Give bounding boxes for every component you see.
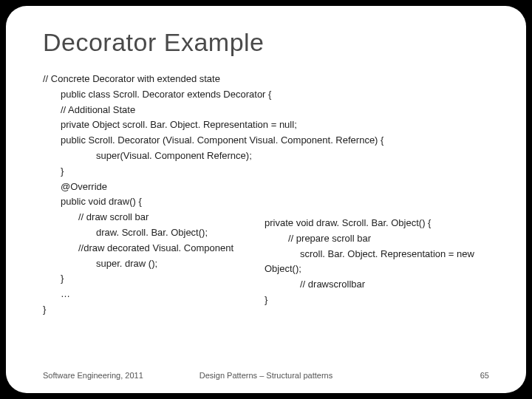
code-line: private void draw. Scroll. Bar. Object()… [265, 216, 474, 231]
footer-left: Software Engineering, 2011 [43, 371, 143, 380]
code-line: // prepare scroll bar [265, 231, 474, 247]
slide-frame: Decorator Example // Concrete Decorator … [6, 6, 526, 393]
code-line: private Object scroll. Bar. Object. Repr… [43, 117, 489, 133]
code-line: // Additional State [43, 103, 489, 118]
footer-center: Design Patterns – Structural patterns [200, 371, 332, 380]
code-line: @Override [43, 180, 489, 195]
code-line: // Concrete Decorator with extended stat… [43, 72, 489, 87]
code-line: super(Visual. Component Refernce); [43, 149, 489, 164]
slide-title: Decorator Example [43, 28, 489, 57]
code-line: } [265, 293, 474, 308]
page-number: 65 [480, 371, 489, 380]
code-line: // drawscrollbar [265, 277, 474, 293]
code-line: } [43, 164, 489, 180]
code-line: Object(); [265, 262, 474, 277]
overlay-code-block: private void draw. Scroll. Bar. Object()… [265, 216, 474, 308]
code-line: scroll. Bar. Object. Representation = ne… [265, 247, 474, 262]
code-block: // Concrete Decorator with extended stat… [43, 72, 489, 318]
code-line: public void draw() { [43, 194, 489, 210]
slide-footer: Software Engineering, 2011 Design Patter… [43, 371, 489, 380]
code-line: public Scroll. Decorator (Visual. Compon… [43, 133, 489, 149]
code-line: public class Scroll. Decorator extends D… [43, 87, 489, 103]
